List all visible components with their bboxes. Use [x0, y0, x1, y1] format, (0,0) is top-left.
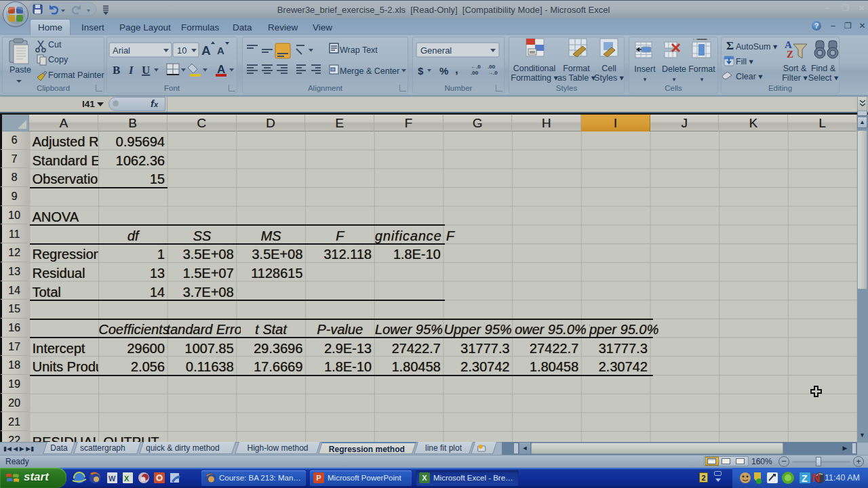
- svg-text:Σ: Σ: [726, 39, 734, 52]
- svg-text:.00: .00: [488, 64, 496, 70]
- svg-text:%: %: [439, 65, 448, 77]
- svg-text:←.0: ←.0: [471, 64, 481, 70]
- svg-text:X: X: [124, 474, 130, 483]
- svg-text:Z: Z: [802, 473, 808, 484]
- svg-text:U: U: [142, 64, 150, 77]
- svg-text:→.0: →.0: [488, 70, 498, 76]
- svg-text:.00: .00: [471, 70, 479, 76]
- svg-text:Z: Z: [787, 49, 793, 60]
- svg-text:W: W: [108, 474, 116, 483]
- svg-text:$: $: [418, 65, 424, 77]
- svg-text:I: I: [128, 64, 134, 77]
- svg-text:B: B: [113, 64, 120, 77]
- svg-text:A: A: [201, 43, 211, 58]
- svg-text:A: A: [217, 45, 224, 56]
- svg-text:,: ,: [455, 63, 458, 76]
